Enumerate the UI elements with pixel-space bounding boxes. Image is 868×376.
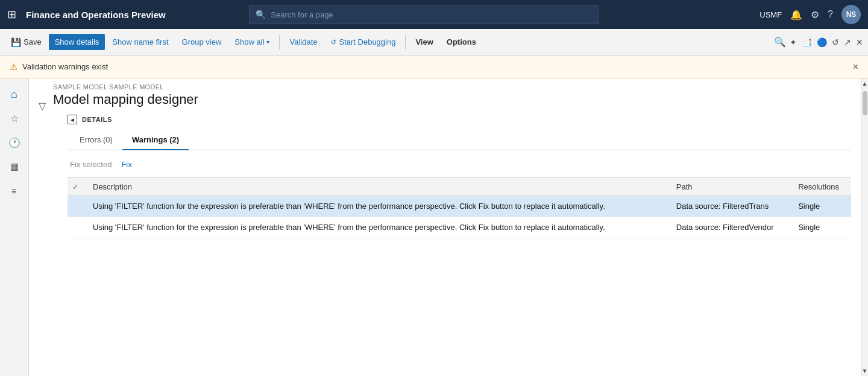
sidebar-item-modules[interactable]: ≡ — [4, 180, 25, 202]
options-button[interactable]: Options — [441, 34, 482, 50]
filter-row: ▽ SAMPLE MODEL SAMPLE MODEL Model mappin… — [29, 78, 861, 115]
pin-icon[interactable]: ✦ — [790, 37, 797, 47]
search-icon: 🔍 — [256, 10, 266, 19]
actions-row: Fix selected Fix — [68, 159, 851, 170]
tabs: Errors (0) Warnings (2) — [68, 130, 851, 150]
content-area: ▽ SAMPLE MODEL SAMPLE MODEL Model mappin… — [29, 78, 861, 376]
separator-1 — [279, 35, 280, 49]
page-header: SAMPLE MODEL SAMPLE MODEL Model mapping … — [53, 83, 851, 115]
details-label: DETAILS — [82, 116, 112, 123]
filter-icon[interactable]: ▽ — [39, 100, 46, 112]
debug-icon: ↺ — [330, 38, 336, 46]
show-details-button[interactable]: Show details — [49, 34, 105, 50]
row-resolutions-2: Single — [792, 217, 851, 238]
scroll-up-button[interactable]: ▲ — [860, 78, 868, 89]
warning-text: Validation warnings exist — [22, 62, 108, 71]
sidebar-item-workspaces[interactable]: ▦ — [4, 156, 25, 177]
table-row[interactable]: Using 'FILTER' function for the expressi… — [68, 217, 851, 238]
bookmark-icon[interactable]: 📑 — [802, 37, 812, 47]
save-icon: 💾 — [11, 37, 21, 47]
page-title: Model mapping designer — [53, 92, 851, 107]
table-header-row: ✓ Description Path Resolutions — [68, 178, 851, 196]
scrollbar[interactable]: ▲ ▼ — [861, 78, 868, 376]
group-view-button[interactable]: Group view — [176, 34, 228, 50]
company-label: USMF — [760, 10, 782, 19]
sidebar-item-favorites[interactable]: ☆ — [4, 107, 25, 129]
main-layout: ⌂ ☆ 🕐 ▦ ≡ ▽ SAMPLE MODEL SAMPLE MODEL Mo… — [0, 78, 868, 376]
fix-selected-button: Fix selected — [70, 159, 112, 170]
tab-warnings[interactable]: Warnings (2) — [122, 130, 189, 150]
refresh-icon[interactable]: ↺ — [832, 37, 839, 47]
col-description: Description — [87, 178, 670, 196]
view-button[interactable]: View — [409, 34, 439, 50]
badge-icon[interactable]: 🔵 — [817, 37, 827, 47]
topbar-right: USMF 🔔 ⚙ ? NS — [760, 5, 861, 24]
warning-banner: ⚠ Validation warnings exist × — [0, 56, 868, 78]
search-box[interactable]: 🔍 — [249, 5, 599, 24]
toolbar: 💾 Save Show details Show name first Grou… — [0, 29, 868, 56]
scroll-down-button[interactable]: ▼ — [860, 366, 868, 376]
row-description-2: Using 'FILTER' function for the expressi… — [87, 217, 670, 238]
notification-icon[interactable]: 🔔 — [790, 9, 802, 21]
fix-button[interactable]: Fix — [121, 159, 131, 170]
row-resolutions-1: Single — [792, 196, 851, 217]
col-path: Path — [670, 178, 792, 196]
help-icon[interactable]: ? — [828, 9, 833, 20]
warning-close-button[interactable]: × — [853, 62, 858, 72]
separator-2 — [405, 35, 406, 49]
col-check: ✓ — [68, 178, 87, 196]
app-title: Finance and Operations Preview — [26, 10, 166, 20]
topbar: ⊞ Finance and Operations Preview 🔍 USMF … — [0, 0, 868, 29]
validate-button[interactable]: Validate — [283, 34, 323, 50]
details-header: ◄ DETAILS — [68, 115, 851, 124]
col-resolutions: Resolutions — [792, 178, 851, 196]
row-path-1: Data source: FilteredTrans — [670, 196, 792, 217]
details-section: ◄ DETAILS Errors (0) Warnings (2) Fix se… — [29, 115, 861, 238]
sidebar-item-home[interactable]: ⌂ — [4, 83, 25, 105]
apps-icon[interactable]: ⊞ — [7, 8, 16, 21]
row-description-1: Using 'FILTER' function for the expressi… — [87, 196, 670, 217]
row-check-1[interactable] — [68, 196, 87, 217]
row-path-2: Data source: FilteredVendor — [670, 217, 792, 238]
scroll-thumb[interactable] — [863, 91, 867, 115]
check-header-icon: ✓ — [72, 183, 78, 191]
warnings-table: ✓ Description Path Resolutions Using 'FI… — [68, 177, 851, 238]
avatar[interactable]: NS — [841, 5, 861, 24]
settings-icon[interactable]: ⚙ — [811, 9, 819, 21]
show-all-button[interactable]: Show all ▾ — [228, 34, 275, 50]
sidebar: ⌂ ☆ 🕐 ▦ ≡ — [0, 78, 29, 376]
warning-triangle-icon: ⚠ — [10, 62, 17, 72]
close-icon[interactable]: ✕ — [856, 37, 863, 47]
table-row[interactable]: Using 'FILTER' function for the expressi… — [68, 196, 851, 217]
save-button[interactable]: 💾 Save — [5, 34, 48, 51]
show-name-first-button[interactable]: Show name first — [106, 34, 174, 50]
breadcrumb: SAMPLE MODEL SAMPLE MODEL — [53, 83, 851, 91]
sidebar-item-recent[interactable]: 🕐 — [4, 132, 25, 153]
toolbar-search-icon[interactable]: 🔍 — [774, 36, 786, 48]
popout-icon[interactable]: ↗ — [844, 37, 851, 47]
collapse-button[interactable]: ◄ — [68, 115, 77, 124]
start-debugging-button[interactable]: ↺ Start Debugging — [324, 34, 401, 50]
show-all-dropdown-icon: ▾ — [266, 39, 269, 45]
tab-errors[interactable]: Errors (0) — [70, 130, 122, 150]
row-check-2[interactable] — [68, 217, 87, 238]
toolbar-right-actions: ✦ 📑 🔵 ↺ ↗ ✕ — [790, 37, 863, 47]
search-input[interactable] — [271, 10, 592, 19]
